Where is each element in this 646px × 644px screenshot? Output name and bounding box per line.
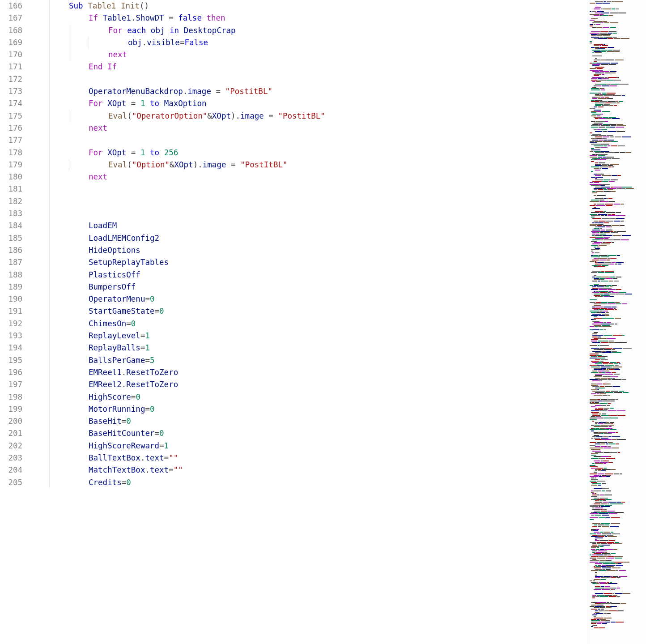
code-content: OperatorMenu=0 xyxy=(89,293,155,305)
code-line[interactable]: 205Credits=0 xyxy=(0,477,429,489)
code-line[interactable]: 168For each obj in DesktopCrap xyxy=(0,25,429,37)
line-number: 168 xyxy=(0,25,34,37)
code-content: EMReel1.ResetToZero xyxy=(89,367,178,379)
code-line[interactable]: 167If Table1.ShowDT = false then xyxy=(0,12,429,24)
code-line[interactable]: 192ChimesOn=0 xyxy=(0,318,429,330)
line-number: 197 xyxy=(0,379,34,391)
line-number: 205 xyxy=(0,477,34,489)
code-content: Eval("OperatorOption"&XOpt).image = "Pos… xyxy=(108,110,325,122)
code-content: For XOpt = 1 to 256 xyxy=(89,147,178,159)
code-line[interactable]: 199MotorRunning=0 xyxy=(0,403,429,415)
code-line[interactable]: 201BaseHitCounter=0 xyxy=(0,427,429,439)
code-line[interactable]: 180next xyxy=(0,171,429,183)
code-content: End If xyxy=(89,61,117,73)
code-line[interactable]: 197EMReel2.ResetToZero xyxy=(0,379,429,391)
code-line[interactable]: 189BumpersOff xyxy=(0,281,429,293)
indent-area xyxy=(34,330,89,342)
indent-area xyxy=(34,12,89,24)
code-line[interactable]: 175Eval("OperatorOption"&XOpt).image = "… xyxy=(0,110,429,122)
line-number: 177 xyxy=(0,134,34,146)
line-number: 167 xyxy=(0,12,34,24)
code-content: HighScoreReward=1 xyxy=(89,440,169,452)
code-content: LoadLMEMConfig2 xyxy=(89,232,159,244)
code-line[interactable]: 173OperatorMenuBackdrop.image = "PostitB… xyxy=(0,85,429,98)
code-content: next xyxy=(89,171,107,183)
code-line[interactable]: 178For XOpt = 1 to 256 xyxy=(0,147,429,159)
code-line[interactable]: 171End If xyxy=(0,61,429,73)
code-content: next xyxy=(89,122,107,134)
line-number: 187 xyxy=(0,256,34,269)
indent-area xyxy=(34,134,49,146)
code-line[interactable]: 195BallsPerGame=5 xyxy=(0,354,429,367)
code-line[interactable]: 184LoadEM xyxy=(0,220,429,232)
indent-area xyxy=(34,367,89,379)
code-line[interactable]: 177 xyxy=(0,134,429,146)
code-content: Eval("Option"&XOpt).image = "PostItBL" xyxy=(108,159,287,171)
code-line[interactable]: 188PlasticsOff xyxy=(0,269,429,281)
code-content: For XOpt = 1 to MaxOption xyxy=(89,98,207,110)
code-line[interactable]: 203BallTextBox.text="" xyxy=(0,452,429,464)
code-line[interactable]: 190OperatorMenu=0 xyxy=(0,293,429,305)
indent-area xyxy=(34,269,89,281)
indent-area xyxy=(34,159,108,171)
code-line[interactable]: 198HighScore=0 xyxy=(0,391,429,403)
code-line[interactable]: 196EMReel1.ResetToZero xyxy=(0,367,429,379)
code-line[interactable]: 169obj.visible=False xyxy=(0,37,429,49)
line-number: 171 xyxy=(0,61,34,73)
code-line[interactable]: 187SetupReplayTables xyxy=(0,256,429,269)
code-content: StartGameState=0 xyxy=(89,305,164,317)
code-content: HideOptions xyxy=(89,244,140,256)
code-line[interactable]: 183 xyxy=(0,208,429,220)
code-line[interactable]: 179Eval("Option"&XOpt).image = "PostItBL… xyxy=(0,159,429,171)
code-line[interactable]: 204MatchTextBox.text="" xyxy=(0,464,429,476)
code-line[interactable]: 176next xyxy=(0,122,429,134)
code-content: obj.visible=False xyxy=(128,37,208,49)
code-line[interactable]: 172 xyxy=(0,73,429,85)
line-number: 174 xyxy=(0,98,34,110)
code-line[interactable]: 202HighScoreReward=1 xyxy=(0,440,429,452)
indent-area xyxy=(34,37,128,49)
code-line[interactable]: 185LoadLMEMConfig2 xyxy=(0,232,429,244)
code-line[interactable]: 182 xyxy=(0,196,429,208)
indent-area xyxy=(34,440,89,452)
line-number: 190 xyxy=(0,293,34,305)
indent-area xyxy=(34,464,89,476)
code-line[interactable]: 174For XOpt = 1 to MaxOption xyxy=(0,98,429,110)
code-line[interactable]: 193ReplayLevel=1 xyxy=(0,330,429,342)
code-editor[interactable]: 166Sub Table1_Init()167If Table1.ShowDT … xyxy=(0,0,429,644)
indent-area xyxy=(34,354,89,367)
line-number: 194 xyxy=(0,342,34,354)
indent-area xyxy=(34,415,89,427)
code-content: SetupReplayTables xyxy=(89,256,169,269)
line-number: 180 xyxy=(0,171,34,183)
indent-area xyxy=(34,281,89,293)
indent-area xyxy=(34,208,49,220)
indent-area xyxy=(34,171,89,183)
code-line[interactable]: 166Sub Table1_Init() xyxy=(0,0,429,12)
minimap[interactable] xyxy=(588,0,646,644)
code-line[interactable]: 181 xyxy=(0,183,429,195)
code-line[interactable]: 194ReplayBalls=1 xyxy=(0,342,429,354)
line-number: 175 xyxy=(0,110,34,122)
line-number: 183 xyxy=(0,208,34,220)
indent-area xyxy=(34,232,89,244)
line-number: 182 xyxy=(0,196,34,208)
code-content: OperatorMenuBackdrop.image = "PostitBL" xyxy=(89,85,272,98)
code-line[interactable]: 191StartGameState=0 xyxy=(0,305,429,317)
line-number: 195 xyxy=(0,354,34,367)
code-content: ReplayLevel=1 xyxy=(89,330,150,342)
line-number: 181 xyxy=(0,183,34,195)
line-number: 200 xyxy=(0,415,34,427)
indent-area xyxy=(34,318,89,330)
code-content: BaseHitCounter=0 xyxy=(89,427,164,439)
code-content: Sub Table1_Init() xyxy=(69,0,149,12)
line-number: 201 xyxy=(0,427,34,439)
code-line[interactable]: 200BaseHit=0 xyxy=(0,415,429,427)
line-number: 186 xyxy=(0,244,34,256)
indent-area xyxy=(34,477,89,489)
code-line[interactable]: 186HideOptions xyxy=(0,244,429,256)
code-content: ChimesOn=0 xyxy=(89,318,136,330)
code-line[interactable]: 170next xyxy=(0,49,429,61)
indent-area xyxy=(34,391,89,403)
code-content: PlasticsOff xyxy=(89,269,140,281)
